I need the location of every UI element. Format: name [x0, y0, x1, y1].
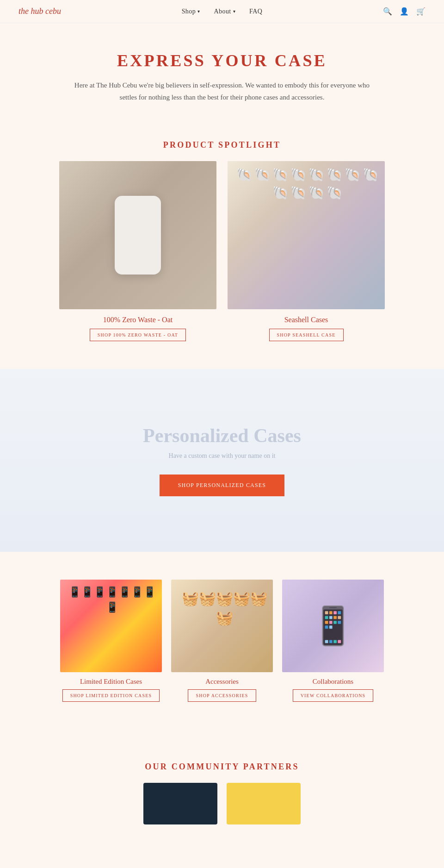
nav-actions: 🔍 👤 🛒 [383, 7, 426, 16]
main-nav: the hub cebu Shop ▾ About ▾ FAQ 🔍 👤 🛒 [0, 0, 444, 23]
community-section: OUR COMMUNITY PARTNERS [0, 720, 444, 843]
spotlight-item-seashell: Seashell Cases SHOP SEASHELL CASE [228, 161, 385, 341]
shop-oat-button[interactable]: SHOP 100% ZERO WASTE - OAT [90, 329, 186, 341]
spotlight-grid: 100% Zero Waste - Oat SHOP 100% ZERO WAS… [0, 161, 444, 341]
category-accessories: Accessories SHOP ACCESSORIES [171, 580, 273, 702]
view-collaborations-button[interactable]: VIEW COLLABORATIONS [293, 689, 374, 702]
accessories-name: Accessories [171, 678, 273, 686]
nav-links: Shop ▾ About ▾ FAQ [182, 8, 263, 15]
category-limited: Limited Edition Cases SHOP LIMITED EDITI… [60, 580, 162, 702]
oat-case-name: 100% Zero Waste - Oat [59, 316, 216, 324]
hero-description: Here at The Hub Cebu we're big believers… [74, 80, 370, 103]
shop-personalized-button[interactable]: SHOP PERSONALIZED CASES [160, 475, 285, 496]
shop-accessories-button[interactable]: SHOP ACCESSORIES [188, 689, 256, 702]
nav-shop[interactable]: Shop ▾ [182, 8, 200, 15]
chevron-down-icon: ▾ [197, 9, 200, 14]
product-spotlight-section: PRODUCT SPOTLIGHT 100% Zero Waste - Oat … [0, 140, 444, 341]
search-icon[interactable]: 🔍 [383, 7, 392, 16]
nav-shop-label: Shop [182, 8, 196, 15]
hero-section: EXPRESS YOUR CASE Here at The Hub Cebu w… [0, 23, 444, 122]
collaborations-image [282, 580, 384, 672]
community-partner-2 [227, 783, 301, 824]
cart-icon[interactable]: 🛒 [416, 7, 426, 16]
seashell-case-name: Seashell Cases [228, 316, 385, 324]
accessories-image [171, 580, 273, 672]
category-grid: Limited Edition Cases SHOP LIMITED EDITI… [28, 580, 416, 702]
collaborations-name: Collaborations [282, 678, 384, 686]
hero-title: EXPRESS YOUR CASE [46, 51, 398, 70]
community-grid [28, 783, 416, 824]
category-collaborations: Collaborations VIEW COLLABORATIONS [282, 580, 384, 702]
shop-limited-button[interactable]: SHOP LIMITED EDITION CASES [62, 689, 160, 702]
spotlight-title: PRODUCT SPOTLIGHT [0, 140, 444, 150]
limited-edition-name: Limited Edition Cases [60, 678, 162, 686]
seashell-case-image [228, 161, 385, 309]
nav-about[interactable]: About ▾ [214, 8, 236, 15]
brand-logo[interactable]: the hub cebu [18, 6, 61, 16]
oat-case-image [59, 161, 216, 309]
personalized-subtitle: Have a custom case with your name on it [18, 452, 426, 460]
personalized-section: Personalized Cases Have a custom case wi… [0, 369, 444, 552]
community-title: OUR COMMUNITY PARTNERS [28, 762, 416, 772]
account-icon[interactable]: 👤 [400, 7, 409, 16]
chevron-down-icon: ▾ [233, 9, 235, 14]
spotlight-item-oat: 100% Zero Waste - Oat SHOP 100% ZERO WAS… [59, 161, 216, 341]
nav-faq[interactable]: FAQ [249, 8, 262, 15]
limited-edition-image [60, 580, 162, 672]
community-partner-1 [143, 783, 217, 824]
nav-faq-label: FAQ [249, 8, 262, 15]
personalized-title: Personalized Cases [18, 425, 426, 447]
nav-about-label: About [214, 8, 231, 15]
categories-section: Limited Edition Cases SHOP LIMITED EDITI… [0, 552, 444, 720]
shop-seashell-button[interactable]: SHOP SEASHELL CASE [269, 329, 344, 341]
